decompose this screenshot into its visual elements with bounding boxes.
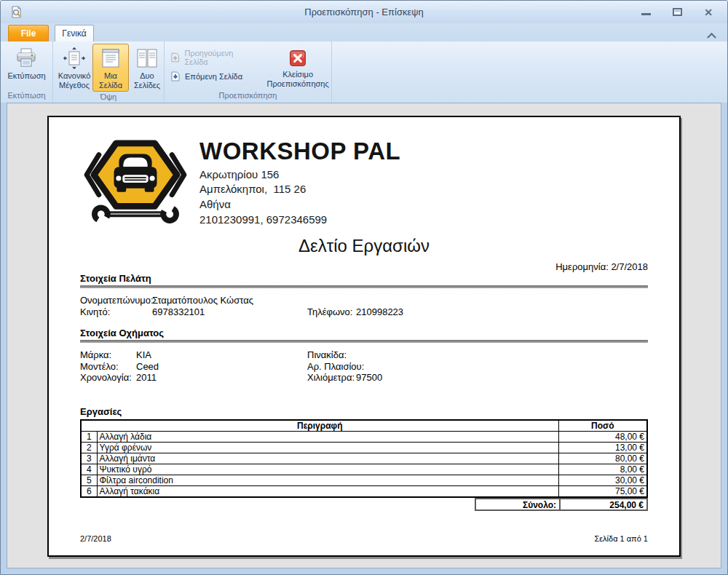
minimize-icon[interactable] bbox=[641, 13, 651, 15]
close-icon[interactable]: ✕ bbox=[704, 7, 713, 17]
company-address-line: Αμπελόκηποι, 115 26 bbox=[199, 182, 400, 197]
table-row: 3 Αλλαγή ιμάντα 80,00 € bbox=[81, 453, 647, 464]
next-page-button[interactable]: Επόμενη Σελίδα bbox=[167, 68, 262, 84]
vehicle-km-label: Χιλιόμετρα: bbox=[307, 372, 355, 383]
view-group-label: Όψη bbox=[53, 92, 164, 103]
section-customer-title: Στοιχεία Πελάτη bbox=[80, 273, 648, 284]
tasks-header-row: Περιγραφή Ποσό bbox=[81, 420, 647, 432]
vehicle-plate-label: Πινακίδα: bbox=[307, 349, 347, 360]
tab-file[interactable]: File bbox=[8, 25, 49, 41]
customer-name-row: Ονοματεπώνυμο: Σταματόπουλος Κώστας bbox=[80, 295, 648, 306]
print-button-label: Εκτύπωση bbox=[7, 71, 45, 81]
preview-surface: WORKSHOP PAL Ακρωτηρίου 156 Αμπελόκηποι,… bbox=[7, 103, 721, 568]
vehicle-model-label: Μοντέλο: bbox=[80, 361, 119, 372]
document-page: WORKSHOP PAL Ακρωτηρίου 156 Αμπελόκηποι,… bbox=[47, 116, 681, 557]
vehicle-row-model: Μοντέλο: Ceed Αρ. Πλαισίου: bbox=[80, 361, 648, 373]
table-row: 5 Φίλτρα aircondition 30,00 € bbox=[81, 475, 647, 486]
footer-page-number: Σελίδα 1 από 1 bbox=[594, 534, 648, 543]
vehicle-row-brand: Μάρκα: KIA Πινακίδα: bbox=[80, 349, 648, 361]
row-description: Φίλτρα aircondition bbox=[97, 475, 558, 486]
customer-name-value: Σταματόπουλος Κώστας bbox=[152, 295, 253, 306]
footer-date: 2/7/2018 bbox=[80, 534, 111, 543]
customer-phones-row: Κινητό: 6978332101 Τηλέφωνο: 210998223 bbox=[80, 306, 648, 318]
normal-size-label: Κανονικό Μέγεθος bbox=[58, 71, 91, 90]
total-row: Σύνολο: 254,00 € bbox=[80, 498, 648, 511]
total-label: Σύνολο: bbox=[475, 498, 561, 511]
company-address-line: Ακρωτηρίου 156 bbox=[199, 167, 400, 183]
row-description: Αλλαγή τακάκια bbox=[97, 486, 558, 498]
total-value: 254,00 € bbox=[559, 498, 648, 511]
row-number: 2 bbox=[81, 443, 97, 453]
row-amount: 75,00 € bbox=[558, 486, 647, 498]
row-number: 3 bbox=[81, 453, 97, 464]
customer-mobile-value: 6978332101 bbox=[152, 306, 205, 317]
tab-general[interactable]: Γενικά bbox=[55, 25, 94, 41]
close-preview-button[interactable]: Κλείσιμο Προεπισκόπησης bbox=[267, 45, 328, 90]
date-value: 2/7/2018 bbox=[611, 261, 648, 272]
ribbon-group-preview: Προηγούμενη Σελίδα Επόμενη Σελίδα bbox=[165, 41, 332, 103]
vehicle-brand-label: Μάρκα: bbox=[80, 349, 111, 360]
print-button[interactable]: Εκτύπωση bbox=[4, 44, 48, 82]
preview-group-label: Προεπισκόπηση bbox=[165, 90, 331, 103]
previous-page-label: Προηγούμενη Σελίδα bbox=[184, 49, 256, 66]
ribbon-group-print: Εκτύπωση Εκτύπωση bbox=[1, 41, 53, 103]
date-label: Ημερομηνία: bbox=[555, 261, 609, 272]
workshop-logo bbox=[80, 138, 191, 223]
vehicle-model-value: Ceed bbox=[136, 361, 159, 372]
row-description: Αλλαγή λάδια bbox=[97, 432, 558, 443]
customer-phone-value: 210998223 bbox=[356, 306, 403, 317]
row-amount: 8,00 € bbox=[558, 464, 647, 475]
title-bar: Προεπισκόπηση - Επίσκεψη ✕ bbox=[1, 1, 727, 23]
row-number: 5 bbox=[81, 475, 97, 486]
vehicle-vin-label: Αρ. Πλαισίου: bbox=[307, 361, 364, 372]
previous-page-icon bbox=[170, 52, 181, 63]
vehicle-km-value: 97500 bbox=[356, 372, 382, 383]
ribbon-tab-row: File Γενικά bbox=[1, 23, 727, 41]
table-row: 4 Ψυκτικό υγρό 8,00 € bbox=[81, 464, 647, 475]
section-rule bbox=[80, 340, 648, 343]
ribbon-collapse-icon[interactable] bbox=[708, 32, 716, 38]
table-row: 1 Αλλαγή λάδια 48,00 € bbox=[81, 432, 647, 443]
one-page-button[interactable]: Μια Σελίδα bbox=[92, 44, 129, 92]
print-preview-icon bbox=[9, 5, 24, 20]
vehicle-brand-value: KIA bbox=[136, 349, 151, 360]
section-rule bbox=[80, 285, 648, 288]
ribbon: Εκτύπωση Εκτύπωση bbox=[1, 41, 727, 103]
two-pages-button[interactable]: Δυο Σελίδες bbox=[129, 44, 165, 92]
next-page-label: Επόμενη Σελίδα bbox=[185, 72, 242, 81]
vehicle-year-label: Χρονολογία: bbox=[80, 372, 132, 383]
company-phones: 2101230991, 6972346599 bbox=[199, 213, 400, 228]
document-footer: 2/7/2018 Σελίδα 1 από 1 bbox=[80, 534, 648, 543]
ribbon-group-view: Κανονικό Μέγεθος Μια Σελίδα bbox=[53, 41, 165, 103]
section-vehicle-title: Στοιχεία Οχήματος bbox=[80, 328, 648, 338]
normal-size-button[interactable]: Κανονικό Μέγεθος bbox=[56, 44, 92, 92]
vehicle-year-value: 2011 bbox=[136, 372, 157, 383]
row-amount: 30,00 € bbox=[558, 475, 647, 486]
document-date: Ημερομηνία: 2/7/2018 bbox=[80, 261, 648, 272]
row-number: 6 bbox=[81, 486, 97, 498]
customer-mobile-label: Κινητό: bbox=[80, 306, 110, 317]
table-row: 2 Υγρά φρένων 13,00 € bbox=[81, 443, 647, 453]
section-tasks-title: Εργασίες bbox=[80, 406, 648, 417]
next-page-icon bbox=[170, 71, 181, 82]
company-name: WORKSHOP PAL bbox=[199, 138, 400, 165]
tasks-table: Περιγραφή Ποσό 1 Αλλαγή λάδια 48,00 € 2 … bbox=[80, 419, 648, 499]
two-pages-icon bbox=[135, 47, 159, 70]
row-amount: 13,00 € bbox=[558, 443, 647, 453]
tasks-header-description: Περιγραφή bbox=[81, 420, 558, 432]
maximize-icon[interactable] bbox=[673, 8, 682, 16]
row-description: Υγρά φρένων bbox=[97, 443, 558, 453]
close-preview-icon bbox=[288, 48, 308, 68]
app-window: Προεπισκόπηση - Επίσκεψη ✕ File Γενικά bbox=[0, 0, 728, 575]
document-header: WORKSHOP PAL Ακρωτηρίου 156 Αμπελόκηποι,… bbox=[80, 138, 648, 227]
previous-page-button[interactable]: Προηγούμενη Σελίδα bbox=[167, 47, 262, 68]
document-title: Δελτίο Εργασιών bbox=[80, 236, 648, 256]
one-page-icon bbox=[99, 47, 122, 70]
row-amount: 48,00 € bbox=[558, 432, 647, 443]
vehicle-row-year: Χρονολογία: 2011 Χιλιόμετρα: 97500 bbox=[80, 372, 648, 384]
one-page-label: Μια Σελίδα bbox=[95, 71, 126, 90]
customer-name-label: Ονοματεπώνυμο: bbox=[80, 295, 154, 306]
tasks-header-amount: Ποσό bbox=[558, 420, 647, 432]
print-group-label: Εκτύπωση bbox=[1, 90, 52, 103]
zoom-normal-icon bbox=[63, 47, 86, 70]
